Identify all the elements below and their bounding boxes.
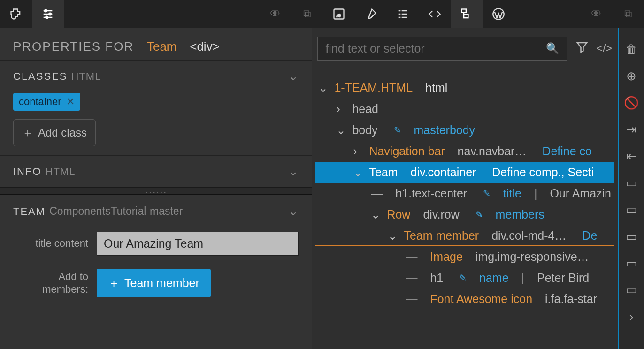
props-title: PROPERTIES FOR Team <div>: [13, 39, 220, 53]
team-component-panel: TEAMComponentsTutorial-master ⌄ title co…: [0, 195, 312, 307]
toolbar-copy2-icon[interactable]: ⧉: [612, 0, 644, 28]
plus-icon: ＋: [22, 125, 33, 140]
info-header[interactable]: INFOHTML ⌄: [13, 164, 299, 179]
tree-panel: 🔍 </> ⌄1-TEAM.HTML html ›head ⌄body ✎ ma…: [312, 28, 644, 349]
team-header[interactable]: TEAMComponentsTutorial-master ⌄: [13, 204, 299, 219]
box4-icon[interactable]: ▭: [626, 256, 637, 271]
pencil-icon[interactable]: ✎: [394, 125, 401, 136]
chevron-right-icon[interactable]: ›: [629, 310, 634, 324]
tree-node-head[interactable]: ›head: [315, 99, 614, 120]
classes-section: CLASSESHTML ⌄ container✕ ＋ Add class: [0, 60, 312, 155]
tree-node-body[interactable]: ⌄body ✎ masterbody: [315, 120, 614, 141]
box5-icon[interactable]: ▭: [626, 283, 637, 297]
box2-icon[interactable]: ▭: [626, 203, 637, 217]
code-toggle-icon[interactable]: </>: [597, 42, 612, 55]
tree-node-img[interactable]: — Image img.img-responsive…: [315, 246, 614, 267]
tree-node-team-member[interactable]: ⌄Team member div.col-md-4… De: [315, 225, 614, 246]
pencil-icon[interactable]: ✎: [475, 209, 483, 220]
toolbar-eye-icon[interactable]: 👁: [259, 0, 291, 28]
toolbar-brush-icon[interactable]: [355, 0, 387, 28]
search-input[interactable]: [325, 42, 545, 55]
add-class-button[interactable]: ＋ Add class: [13, 119, 96, 146]
add-icon[interactable]: ⊕: [626, 69, 636, 83]
hide-icon[interactable]: 🚫: [624, 96, 639, 110]
svg-point-2: [46, 16, 48, 18]
box3-icon[interactable]: ▭: [626, 229, 637, 244]
tree-node-row[interactable]: ⌄Row div.row ✎ members: [315, 204, 614, 225]
toolbar-code-icon[interactable]: [419, 0, 451, 28]
indent-left-icon[interactable]: ⇤: [626, 149, 636, 164]
tree-node-file[interactable]: ⌄1-TEAM.HTML html: [315, 77, 614, 99]
props-element-tag: <div>: [190, 39, 220, 53]
tree-action-sidebar: 🗑 ⊕ 🚫 ⇥ ⇤ ▭ ▭ ▭ ▭ ▭ ›: [618, 28, 644, 349]
indent-right-icon[interactable]: ⇥: [626, 122, 636, 137]
properties-panel: PROPERTIES FOR Team <div> CLASSESHTML ⌄ …: [0, 28, 312, 349]
toolbar-eye2-icon[interactable]: 👁: [580, 0, 612, 28]
tree-node-h1b[interactable]: — h1 ✎ name | Peter Bird: [315, 267, 614, 288]
add-to-members-label: Add to members:: [13, 271, 88, 296]
toolbar-tree-icon[interactable]: [451, 0, 483, 28]
chevron-down-icon: ⌄: [288, 69, 299, 83]
remove-class-icon[interactable]: ✕: [66, 96, 75, 108]
svg-rect-6: [464, 15, 468, 18]
svg-text:.c: .c: [336, 11, 340, 17]
tree-node-h1[interactable]: — h1.text-center ✎ title | Our Amazin: [315, 183, 614, 204]
toolbar-wordpress-icon[interactable]: [483, 0, 514, 28]
search-box[interactable]: 🔍: [317, 37, 567, 61]
svg-point-1: [49, 13, 51, 15]
tab-plugins[interactable]: [0, 0, 32, 28]
plus-icon: ＋: [108, 275, 120, 291]
tree-node-fa[interactable]: — Font Awesome icon i.fa.fa-star: [315, 288, 614, 310]
pencil-icon[interactable]: ✎: [483, 188, 491, 199]
trash-icon[interactable]: 🗑: [625, 42, 637, 57]
toolbar-list-icon[interactable]: [387, 0, 419, 28]
chevron-down-icon: ⌄: [288, 164, 299, 179]
box1-icon[interactable]: ▭: [626, 176, 637, 190]
filter-icon[interactable]: [575, 40, 589, 57]
classes-header[interactable]: CLASSESHTML ⌄: [13, 69, 299, 83]
svg-rect-5: [462, 9, 466, 12]
tree-node-team[interactable]: ⌄Team div.container Define comp., Secti: [315, 162, 614, 183]
topbar: 👁 ⧉ .c 👁 ⧉: [0, 0, 644, 28]
class-tag-container[interactable]: container✕: [13, 93, 80, 111]
svg-point-0: [45, 9, 47, 12]
tab-settings[interactable]: [32, 0, 64, 28]
tree-node-nav[interactable]: ›Navigation bar nav.navbar… Define co: [315, 141, 614, 162]
info-section: INFOHTML ⌄: [0, 155, 312, 188]
chevron-down-icon: ⌄: [288, 204, 299, 219]
title-content-input[interactable]: [97, 232, 299, 256]
dom-tree: ⌄1-TEAM.HTML html ›head ⌄body ✎ masterbo…: [312, 64, 618, 349]
toolbar-copy-icon[interactable]: ⧉: [291, 0, 323, 28]
toolbar-css-icon[interactable]: .c: [323, 0, 355, 28]
title-content-label: title content: [13, 237, 88, 250]
pencil-icon[interactable]: ✎: [459, 273, 467, 283]
add-team-member-button[interactable]: ＋ Team member: [97, 269, 211, 297]
panel-resize-handle[interactable]: [0, 188, 312, 195]
search-icon[interactable]: 🔍: [546, 42, 560, 55]
props-element-name: Team: [147, 39, 177, 53]
